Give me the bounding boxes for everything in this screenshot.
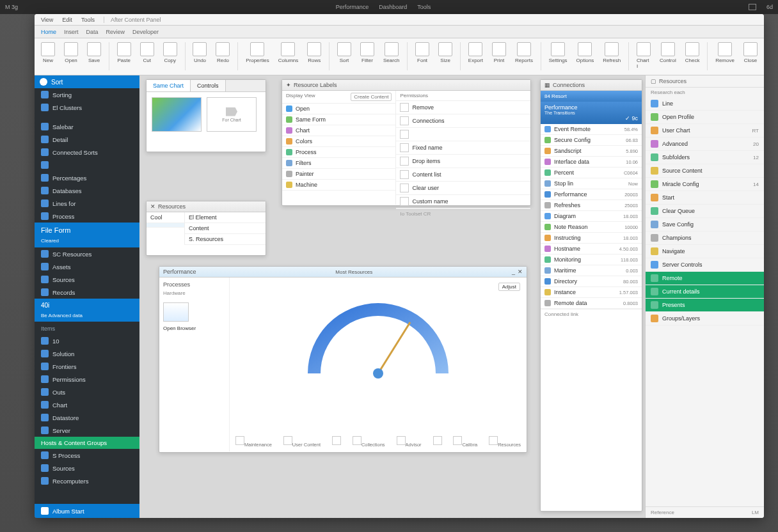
dock-item[interactable]: Save Config <box>646 218 764 231</box>
tool-row[interactable]: S. Resources <box>185 234 266 245</box>
dialog-item[interactable]: Custom name <box>396 195 530 208</box>
sidebar-item[interactable]: Permissions <box>35 373 139 386</box>
gauge-foot-item[interactable]: Maintenance <box>235 436 272 448</box>
menu-item[interactable]: Edit <box>62 17 72 23</box>
sidebar-item-highlight[interactable]: Hosts & Content Groups <box>35 437 139 449</box>
dock-item-highlight[interactable]: Presents <box>646 299 764 312</box>
sidebar-item[interactable]: Recomputers <box>35 474 139 487</box>
dialog-item[interactable]: Clear user <box>396 182 530 195</box>
dock-item[interactable]: Server Controls <box>646 258 764 272</box>
sidebar-item[interactable]: Sorting <box>35 88 139 101</box>
gauge-left-item[interactable]: Open Browser <box>163 325 225 331</box>
create-button[interactable]: Create Content <box>351 93 392 101</box>
ribbon-button[interactable]: Options <box>574 41 597 65</box>
ribbon-button[interactable]: Redo <box>213 41 232 65</box>
grid-row[interactable]: Instance1.57.003 <box>541 287 642 298</box>
dialog-item[interactable]: Same Form <box>282 114 395 125</box>
grid-row[interactable]: Event Remote58.4% <box>541 124 642 135</box>
tool-row[interactable]: Content <box>185 223 266 234</box>
grid-row[interactable]: Instructing18.003 <box>541 233 642 244</box>
dock-item[interactable]: Source Content <box>646 164 764 178</box>
menu-item[interactable]: Tools <box>81 17 95 23</box>
gauge-foot-item[interactable]: User Content <box>283 436 321 448</box>
tool-tab[interactable]: Cool <box>147 212 184 223</box>
ribbon-button[interactable]: Save <box>84 41 104 65</box>
grid-row[interactable]: Hostname4.50.003 <box>541 244 642 254</box>
dock-item[interactable]: Advanced20 <box>646 137 764 151</box>
dock-item-highlight[interactable]: Remote <box>646 272 764 285</box>
sidebar-item[interactable]: Outs <box>35 386 139 398</box>
ribbon-button[interactable]: Check <box>683 41 703 65</box>
gauge-foot-item[interactable]: Resources <box>489 436 521 448</box>
grid-row[interactable]: Stop linNow <box>541 178 642 189</box>
ribbon-button[interactable]: Font <box>413 41 432 65</box>
sidebar-item[interactable]: Databases <box>35 184 139 197</box>
sidebar-footer[interactable]: Album Start <box>35 504 139 518</box>
sidebar-item[interactable]: Frontiers <box>35 360 139 373</box>
tab[interactable]: Home <box>41 29 56 35</box>
sidebar-item[interactable]: Salebar <box>35 120 139 133</box>
menu-item[interactable]: View <box>41 17 53 23</box>
ribbon-button[interactable]: Search <box>381 41 402 65</box>
ribbon-button[interactable]: Chart I <box>634 41 653 70</box>
tab[interactable]: Developer <box>132 29 159 35</box>
dock-item[interactable]: Open Profile <box>646 111 764 124</box>
window-restore-icon[interactable] <box>749 4 756 10</box>
ribbon-button[interactable]: Properties <box>243 41 271 65</box>
sidebar-item[interactable]: Solution <box>35 347 139 360</box>
dialog-item[interactable]: Colors <box>282 136 395 147</box>
dock-item[interactable]: Navigate <box>646 245 764 258</box>
gauge-foot-item[interactable]: Calibra <box>453 436 477 448</box>
dialog-item[interactable]: Chart <box>282 125 395 136</box>
sidebar-item[interactable]: Chart <box>35 398 139 411</box>
sidebar-item-selected[interactable]: File Form Cleared <box>35 223 139 247</box>
dialog-item[interactable]: Content list <box>396 168 530 182</box>
ribbon-button[interactable]: Close <box>741 41 760 65</box>
ribbon-button[interactable]: New <box>38 41 58 65</box>
ribbon-button[interactable]: Control <box>657 41 679 65</box>
grid-row[interactable]: PercentC0604 <box>541 168 642 178</box>
sidebar-item[interactable]: Server <box>35 424 139 437</box>
tool-tab[interactable] <box>147 223 184 228</box>
gauge-foot-item[interactable]: Collections <box>353 436 385 448</box>
tab[interactable]: Review <box>106 29 125 35</box>
grid-row[interactable]: Interface data10.06 <box>541 157 642 168</box>
sidebar-item[interactable]: Detail <box>35 133 139 146</box>
ribbon-button[interactable]: Open <box>61 41 81 65</box>
dock-item[interactable]: Start <box>646 191 764 205</box>
tab[interactable]: Same Chart <box>147 80 191 91</box>
ribbon-button[interactable]: Paste <box>115 41 134 65</box>
sidebar-item[interactable]: Percentages <box>35 171 139 184</box>
grid-row[interactable]: Refreshes25003 <box>541 200 642 211</box>
sidebar-item[interactable] <box>35 159 139 171</box>
ribbon-button[interactable]: Columns <box>276 41 301 65</box>
grid-row[interactable]: Secure Config06.83 <box>541 135 642 146</box>
ribbon-button[interactable]: Copy <box>161 41 180 65</box>
dialog-item[interactable]: Connections <box>396 114 530 128</box>
gauge-foot-item[interactable] <box>332 436 341 448</box>
sidebar-item[interactable]: Sources <box>35 462 139 474</box>
sidebar-item[interactable]: S Process <box>35 449 139 462</box>
adjust-button[interactable]: Adjust <box>498 283 520 291</box>
sidebar-item[interactable]: 10 <box>35 334 139 347</box>
ribbon-button[interactable]: Size <box>436 41 455 65</box>
dock-item[interactable]: Subfolders12 <box>646 151 764 164</box>
dock-item-highlight[interactable]: Current details <box>646 285 764 299</box>
ribbon-button[interactable]: Print <box>489 41 509 65</box>
dialog-item[interactable]: Open <box>282 104 395 114</box>
tab[interactable]: Data <box>86 29 99 35</box>
sidebar-item[interactable]: Sources <box>35 273 139 286</box>
ribbon-button[interactable]: Cut <box>138 41 157 65</box>
ribbon-button[interactable]: Rows <box>305 41 324 65</box>
tool-row[interactable]: El Element <box>185 212 266 223</box>
close-icon[interactable]: ✕ <box>518 269 523 275</box>
dock-item[interactable]: Champions <box>646 231 764 245</box>
dialog-item[interactable]: Filters <box>282 158 395 169</box>
thumbnail[interactable] <box>152 97 202 132</box>
ribbon-button[interactable]: Sort <box>335 41 354 65</box>
sidebar-item-selected[interactable]: 40i Be Advanced data <box>35 299 139 322</box>
tab[interactable]: Insert <box>64 29 79 35</box>
dialog-item[interactable]: Drop items <box>396 155 530 168</box>
ribbon-button[interactable]: Remove <box>713 41 737 65</box>
dialog-item[interactable]: Painter <box>282 169 395 180</box>
